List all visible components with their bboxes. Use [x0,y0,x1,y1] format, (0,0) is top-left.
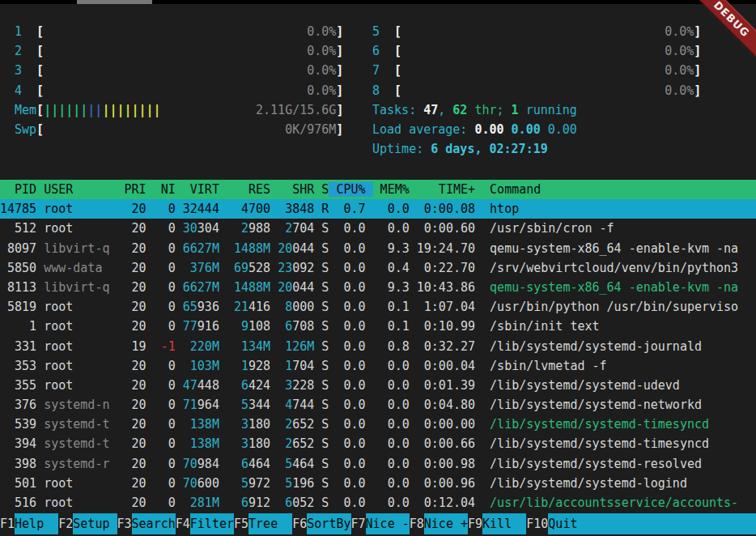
process-row[interactable]: 353 root 20 0 103M 1928 1704 S 0.0 0.0 0… [0,356,756,376]
process-row[interactable]: 5850 www-data 20 0 376M 69528 23092 S 0.… [0,258,756,278]
function-key-bar: F1Help F2Setup F3SearchF4FilterF5Tree F6… [0,513,756,534]
process-row[interactable]: 501 root 20 0 70600 5972 5196 S 0.0 0.0 … [0,474,756,493]
fkey-f1-help-button[interactable]: Help [15,513,58,534]
process-row[interactable]: 398 systemd-r 20 0 70984 6464 5464 S 0.0… [0,454,756,474]
fkey-f1-key: F1 [0,513,15,534]
process-row[interactable]: 8113 libvirt-q 20 0 6627M 1488M 20044 S … [0,278,756,297]
process-row[interactable]: 512 root 20 0 30304 2988 2704 S 0.0 0.0 … [0,219,756,238]
process-row[interactable]: 1 root 20 0 77916 9108 6708 S 0.0 0.1 0:… [0,317,756,336]
header-columns[interactable]: PID USER PRI NI VIRT RES SHR S [0,182,329,197]
fkey-f3-search-button[interactable]: Search [132,513,176,534]
fkey-f6-sortby-button[interactable]: SortBy [307,513,350,534]
fkey-f8-nice--button[interactable]: Nice + [424,513,468,534]
process-row[interactable]: 394 systemd-t 20 0 138M 3180 2652 S 0.0 … [0,434,756,453]
htop-terminal: { "palette": { "background": "#1d1d1d", … [0,0,756,536]
fkey-f4-key: F4 [176,513,190,534]
process-row[interactable]: 539 systemd-t 20 0 138M 3180 2652 S 0.0 … [0,415,756,434]
process-row[interactable]: 355 root 20 0 47448 6424 3228 S 0.0 0.0 … [0,376,756,395]
process-row[interactable]: 14785 root 20 0 32444 4700 3848 R 0.7 0.… [0,199,756,219]
fkey-f6-key: F6 [292,513,307,534]
cpu-meter-8: 8 [ 0.0%] [372,81,756,100]
fkey-f2-setup-button[interactable]: Setup [73,513,117,534]
load-average: Load average: 0.00 0.00 0.00 [372,120,756,139]
fkey-f3-key: F3 [117,513,132,534]
process-row[interactable]: 331 root 19 -1 220M 134M 126M S 0.0 0.8 … [0,337,756,356]
fkey-f8-key: F8 [410,513,424,534]
sort-column-cpu[interactable]: CPU% [329,182,372,197]
fkey-f2-key: F2 [58,513,73,534]
fkey-f9-key: F9 [468,513,482,534]
cpu-meter-5: 5 [ 0.0%] [372,22,756,41]
fkey-f5-tree-button[interactable]: Tree [248,513,292,534]
fkey-f7-key: F7 [351,513,366,534]
tasks-summary: Tasks: 47, 62 thr; 1 running [372,100,756,120]
fkey-f10-quit-button[interactable]: Quit [548,513,756,534]
uptime: Uptime: 6 days, 02:27:19 [372,139,756,159]
process-table-header[interactable]: PID USER PRI NI VIRT RES SHR S CPU% MEM%… [0,180,756,199]
fkey-f10-key: F10 [526,513,548,534]
fkey-f5-key: F5 [234,513,248,534]
top-scrollbar-thumb[interactable] [77,0,152,4]
cpu-meter-6: 6 [ 0.0%] [372,41,756,61]
process-table: PID USER PRI NI VIRT RES SHR S CPU% MEM%… [0,180,756,513]
cpu-meter-7: 7 [ 0.0%] [372,61,756,80]
fkey-f9-kill-button[interactable]: Kill [482,513,526,534]
fkey-f7-nice--button[interactable]: Nice - [366,513,410,534]
process-row[interactable]: 5819 root 20 0 65936 21416 8000 S 0.0 0.… [0,297,756,317]
header-columns[interactable]: MEM% TIME+ Command [373,182,542,197]
process-row[interactable]: 8097 libvirt-q 20 0 6627M 1488M 20044 S … [0,239,756,258]
meters-right-column: 5 [ 0.0%]6 [ 0.0%]7 [ 0.0%]8 [ 0.0%]Task… [372,22,756,159]
process-row[interactable]: 376 systemd-n 20 0 71964 5344 4744 S 0.0… [0,395,756,415]
process-row[interactable]: 516 root 20 0 281M 6912 6052 S 0.0 0.0 0… [0,493,756,513]
fkey-f4-filter-button[interactable]: Filter [190,513,234,534]
